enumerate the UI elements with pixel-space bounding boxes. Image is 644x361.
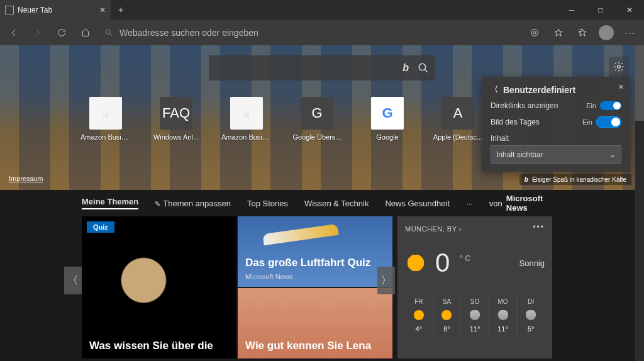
panel-close-icon[interactable]: ✕ [618, 83, 624, 91]
tile-label: Google [362, 133, 413, 141]
day-high: 4° [416, 325, 423, 333]
menu-button[interactable]: ··· [619, 21, 641, 44]
content-dropdown-value: Inhalt sichtbar [496, 150, 543, 159]
scrollbar-thumb[interactable] [635, 45, 644, 121]
card-title: Was wissen Sie über die [89, 339, 229, 352]
toggle-label-quicklinks: Direktlinks anzeigen [491, 101, 558, 110]
day-high: 11° [497, 325, 508, 333]
browser-tab[interactable]: Neuer Tab ✕ [0, 0, 111, 20]
quick-link-tile[interactable]: GGoogle Übers... [292, 97, 342, 141]
news-nav: Meine Themen✎Themen anpassenTop StoriesW… [0, 190, 644, 216]
tile-label: Google Übers... [292, 133, 342, 141]
ntp-hero: b aAmazon Busin...FAQWindows Anl...aAmaz… [0, 45, 644, 190]
weather-current: 0 ° C Sonnig [405, 248, 545, 278]
tile-label: Apple (Deutsc... [433, 133, 483, 141]
day-label: SA [443, 298, 451, 305]
news-nav-item[interactable]: Top Stories [247, 199, 288, 208]
ntp-search-bar[interactable]: b [209, 55, 435, 81]
vertical-scrollbar[interactable] [635, 45, 644, 361]
bing-logo-icon: b [402, 62, 409, 74]
news-nav-item[interactable]: News Gesundheit [385, 199, 450, 208]
forward-button[interactable] [26, 21, 49, 44]
tile-icon: A [441, 97, 474, 130]
tile-icon: a [89, 97, 122, 130]
forecast-day[interactable]: DI5° [516, 294, 545, 336]
card-source: Microsoft News [245, 273, 292, 280]
weather-unit: ° C [460, 254, 470, 263]
tile-icon: G [301, 97, 333, 130]
forecast-day[interactable]: FR4° [405, 294, 433, 336]
forecast-day[interactable]: SO11° [460, 294, 489, 336]
tile-label: Amazon Busin... [221, 133, 272, 141]
favorites-list-icon[interactable] [571, 21, 594, 44]
address-bar[interactable]: Webadresse suchen oder eingeben [98, 23, 522, 42]
quick-link-tile[interactable]: GGoogle [362, 97, 413, 141]
ntp-settings-button[interactable] [609, 57, 629, 77]
quick-link-tile[interactable]: aAmazon Busin... [221, 97, 272, 141]
sun-icon [414, 310, 424, 320]
weather-condition: Sonnig [519, 258, 545, 268]
tile-icon: G [371, 97, 404, 130]
content-dropdown[interactable]: Inhalt sichtbar ⌄ [491, 145, 621, 164]
home-button[interactable] [74, 21, 97, 44]
panel-title: Benutzerdefiniert [503, 85, 575, 95]
window-close-button[interactable]: ✕ [615, 0, 644, 20]
news-source: von Microsoft News [489, 194, 562, 213]
search-icon [104, 28, 113, 37]
day-high: 11° [470, 325, 480, 333]
back-button[interactable] [3, 21, 25, 44]
window-minimize-button[interactable]: ─ [557, 0, 586, 20]
cloud-icon [526, 310, 536, 320]
svg-point-0 [106, 30, 110, 34]
weather-widget[interactable]: MÜNCHEN, BY › ••• 0 ° C Sonnig FR4°SA8°S… [397, 216, 552, 358]
pencil-icon: ✎ [155, 200, 160, 208]
address-placeholder: Webadresse suchen oder eingeben [119, 28, 258, 38]
profile-avatar[interactable] [595, 21, 618, 44]
toggle-image-of-day[interactable] [596, 116, 621, 128]
content-section-label: Inhalt [491, 134, 621, 143]
carousel-next-button[interactable]: 〉 [377, 267, 395, 294]
close-tab-icon[interactable]: ✕ [99, 6, 106, 14]
day-label: SO [470, 298, 479, 305]
new-tab-button[interactable]: ＋ [111, 0, 131, 20]
day-label: MO [498, 298, 508, 305]
tile-label: Amazon Busin... [80, 133, 131, 141]
day-high: 8° [443, 325, 450, 333]
quick-link-tile[interactable]: AApple (Deutsc... [433, 97, 483, 141]
news-nav-item[interactable]: ✎Themen anpassen [155, 199, 231, 208]
toggle-label-image: Bild des Tages [491, 118, 540, 126]
news-card-2[interactable]: Das große Luftfahrt Quiz Microsoft News [238, 216, 392, 287]
panel-back-icon[interactable]: 〈 [491, 84, 498, 95]
news-nav-item[interactable]: Wissen & Technik [304, 199, 369, 208]
quick-link-tile[interactable]: FAQWindows Anl... [151, 97, 201, 141]
weather-more-icon[interactable]: ••• [533, 223, 545, 231]
tab-title: Neuer Tab [18, 6, 52, 14]
quick-link-tile[interactable]: aAmazon Busin... [80, 97, 131, 141]
day-high: 5° [528, 325, 535, 333]
refresh-button[interactable] [50, 21, 73, 44]
tracking-icon[interactable] [523, 21, 546, 44]
image-caption[interactable]: b Eisiger Spaß in kanadischer Kälte [519, 174, 631, 185]
impressum-link[interactable]: Impressum [9, 175, 43, 182]
tab-favicon [5, 6, 14, 14]
news-nav-more[interactable]: ··· [466, 199, 473, 208]
news-card-3[interactable]: Wie gut kennen Sie Lena [238, 288, 392, 358]
window-maximize-button[interactable]: □ [586, 0, 615, 20]
quiz-badge: Quiz [87, 221, 114, 233]
tile-icon: a [230, 97, 263, 130]
ntp-settings-panel: ✕ 〈 Benutzerdefiniert Direktlinks anzeig… [482, 77, 630, 172]
news-nav-item[interactable]: Meine Themen [82, 197, 138, 209]
toggle-quicklinks[interactable] [600, 101, 621, 110]
day-label: DI [528, 298, 534, 305]
forecast-day[interactable]: SA8° [433, 294, 461, 336]
carousel-prev-button[interactable]: 〈 [64, 267, 82, 294]
weather-location[interactable]: MÜNCHEN, BY › [405, 225, 462, 233]
news-card-1[interactable]: Quiz Was wissen Sie über die [82, 216, 236, 358]
cloud-icon [498, 310, 508, 320]
search-icon[interactable] [418, 62, 429, 74]
forecast-day[interactable]: MO11° [489, 294, 517, 336]
favorite-icon[interactable] [547, 21, 570, 44]
card-title: Wie gut kennen Sie Lena [245, 339, 385, 352]
weather-forecast: FR4°SA8°SO11°MO11°DI5° [405, 294, 545, 336]
card-title: Das große Luftfahrt Quiz [245, 256, 385, 269]
